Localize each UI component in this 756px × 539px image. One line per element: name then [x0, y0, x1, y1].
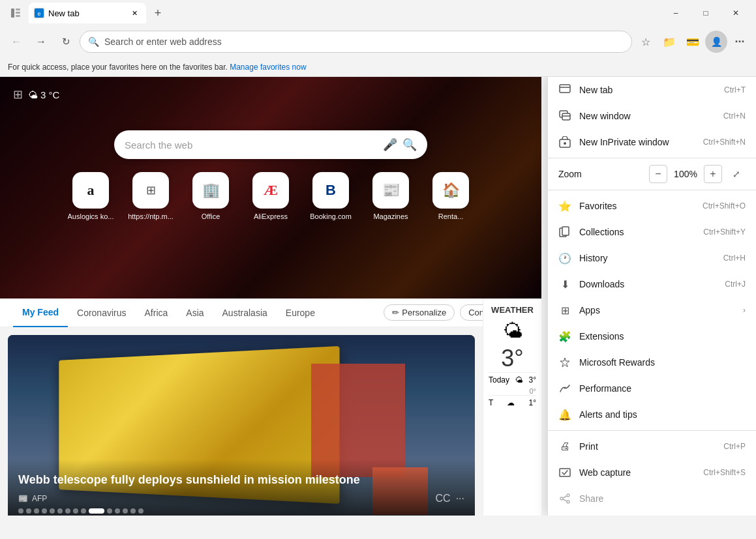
news-main-card[interactable]: Webb telescope fully deploys sunshield i…: [8, 335, 475, 516]
browser-tab-active[interactable]: e New tab ✕: [29, 3, 146, 23]
sidebar-toggle-btn[interactable]: [5, 4, 26, 22]
dot-13[interactable]: [123, 508, 128, 514]
quick-link-auslogics[interactable]: a Auslogics ko...: [65, 172, 117, 220]
tab-australasia[interactable]: Australasia: [213, 299, 277, 327]
menu-item-inprivate[interactable]: New InPrivate window Ctrl+Shift+N: [548, 129, 756, 155]
zoom-expand-icon[interactable]: ⤢: [727, 165, 746, 183]
address-search-box[interactable]: 🔍 Search or enter web address: [80, 31, 632, 53]
quick-link-label-auslogics: Auslogics ko...: [68, 212, 114, 220]
menu-item-print[interactable]: 🖨 Print Ctrl+P: [548, 433, 756, 459]
divider-3: [548, 430, 756, 431]
menu-item-find-on-page[interactable]: 🔍 Find on page Ctrl+F: [548, 512, 756, 516]
quick-link-aliexpress[interactable]: Æ AliExpress: [245, 172, 297, 220]
quick-link-icon-aliexpress: Æ: [252, 172, 289, 209]
weather-today-label: Today: [489, 375, 509, 385]
tab-coronavirus[interactable]: Coronavirus: [68, 299, 135, 327]
tab-africa[interactable]: Africa: [136, 299, 177, 327]
quick-link-label-aliexpress: AliExpress: [254, 212, 288, 220]
dot-1[interactable]: [18, 508, 23, 514]
settings-menu-button[interactable]: ···: [729, 31, 751, 53]
news-more-icon[interactable]: ···: [456, 493, 464, 504]
refresh-button[interactable]: ↻: [55, 31, 77, 53]
dot-11[interactable]: [107, 508, 112, 514]
news-source: 📰 AFP: [18, 494, 47, 503]
main-content: ⊞ 🌤 3 °C Search the web 🎤 🔍 a Auslogic: [0, 77, 756, 516]
maximize-button[interactable]: □: [691, 0, 721, 26]
menu-item-web-capture[interactable]: Web capture Ctrl+Shift+S: [548, 459, 756, 486]
menu-item-downloads[interactable]: ⬇ Downloads Ctrl+J: [548, 271, 756, 297]
tab-europe[interactable]: Europe: [277, 299, 324, 327]
menu-item-ms-rewards[interactable]: Microsoft Rewards: [548, 349, 756, 375]
grid-icon[interactable]: ⊞: [13, 87, 23, 102]
dot-7[interactable]: [65, 508, 70, 514]
menu-item-alerts[interactable]: 🔔 Alerts and tips: [548, 401, 756, 428]
wallet-icon[interactable]: 💳: [682, 31, 704, 53]
zoom-out-button[interactable]: −: [649, 165, 667, 183]
profile-button[interactable]: 👤: [705, 31, 727, 53]
manage-favorites-link[interactable]: Manage favorites now: [230, 63, 306, 72]
share-label: Share: [579, 493, 746, 504]
address-input[interactable]: Search or enter web address: [104, 36, 624, 47]
new-tab-icon: [558, 83, 571, 96]
dot-15[interactable]: [138, 508, 144, 514]
menu-item-favorites[interactable]: ⭐ Favorites Ctrl+Shift+O: [548, 193, 756, 219]
print-shortcut: Ctrl+P: [723, 442, 746, 451]
alerts-icon: 🔔: [558, 408, 571, 421]
svg-rect-14: [562, 227, 569, 235]
dot-12[interactable]: [115, 508, 120, 514]
dot-8[interactable]: [73, 508, 78, 514]
zoom-in-button[interactable]: +: [704, 165, 722, 183]
news-tabs: My Feed Coronavirus Africa Asia Australa…: [0, 299, 541, 327]
favorites-bar: For quick access, place your favorites h…: [0, 57, 756, 77]
minimize-button[interactable]: –: [661, 0, 691, 26]
menu-item-apps[interactable]: ⊞ Apps ›: [548, 297, 756, 323]
forward-button[interactable]: →: [30, 31, 52, 53]
quick-link-office[interactable]: 🏢 Office: [185, 172, 237, 220]
tab-close-button[interactable]: ✕: [128, 7, 141, 20]
dot-5[interactable]: [50, 508, 55, 514]
new-tab-button[interactable]: +: [149, 4, 167, 22]
svg-rect-3: [16, 15, 20, 17]
collections-icon[interactable]: 📁: [658, 31, 680, 53]
quick-link-magazines[interactable]: 📰 Magazines: [365, 172, 417, 220]
quick-links: a Auslogics ko... ⊞ https://ntp.m... 🏢 O…: [65, 172, 477, 220]
menu-item-collections[interactable]: Collections Ctrl+Shift+Y: [548, 219, 756, 245]
menu-item-history[interactable]: 🕐 History Ctrl+H: [548, 245, 756, 271]
dot-active[interactable]: [89, 508, 104, 514]
news-caption-icon[interactable]: CC: [436, 493, 451, 504]
web-search-box[interactable]: Search the web 🎤 🔍: [114, 130, 427, 159]
svg-point-17: [567, 494, 569, 497]
quick-link-booking[interactable]: B Booking.com: [305, 172, 357, 220]
dot-14[interactable]: [130, 508, 136, 514]
personalize-button[interactable]: ✏ Personalize: [384, 304, 455, 321]
tab-myfeed[interactable]: My Feed: [13, 299, 68, 327]
downloads-icon: ⬇: [558, 278, 571, 291]
divider-1: [548, 158, 756, 158]
svg-point-12: [564, 142, 566, 145]
quick-link-ntp[interactable]: ⊞ https://ntp.m...: [125, 172, 177, 220]
dot-3[interactable]: [34, 508, 39, 514]
hero-content: ⊞ 🌤 3 °C Search the web 🎤 🔍 a Auslogic: [0, 77, 541, 299]
menu-item-share[interactable]: Share: [548, 486, 756, 512]
web-capture-label: Web capture: [579, 467, 695, 478]
tab-asia[interactable]: Asia: [177, 299, 213, 327]
dot-2[interactable]: [26, 508, 31, 514]
search-go-icon[interactable]: 🔍: [402, 138, 417, 152]
menu-item-performance[interactable]: Performance: [548, 375, 756, 401]
favorites-star-icon[interactable]: ☆: [635, 31, 657, 53]
downloads-label: Downloads: [579, 279, 717, 289]
close-button[interactable]: ✕: [721, 0, 751, 26]
menu-item-new-window[interactable]: New window Ctrl+N: [548, 103, 756, 129]
news-headline: Webb telescope fully deploys sunshield i…: [18, 473, 464, 488]
dot-9[interactable]: [81, 508, 86, 514]
back-button[interactable]: ←: [5, 31, 27, 53]
dot-4[interactable]: [42, 508, 47, 514]
dropdown-menu: New tab Ctrl+T New window Ctrl+N New InP…: [547, 77, 756, 516]
menu-item-new-tab[interactable]: New tab Ctrl+T: [548, 77, 756, 103]
menu-item-extensions[interactable]: 🧩 Extensions: [548, 323, 756, 349]
news-area: Webb telescope fully deploys sunshield i…: [0, 327, 483, 516]
quick-link-label-booking: Booking.com: [310, 212, 352, 220]
mic-icon[interactable]: 🎤: [383, 138, 397, 152]
dot-6[interactable]: [57, 508, 63, 514]
quick-link-rental[interactable]: 🏠 Renta...: [425, 172, 477, 220]
